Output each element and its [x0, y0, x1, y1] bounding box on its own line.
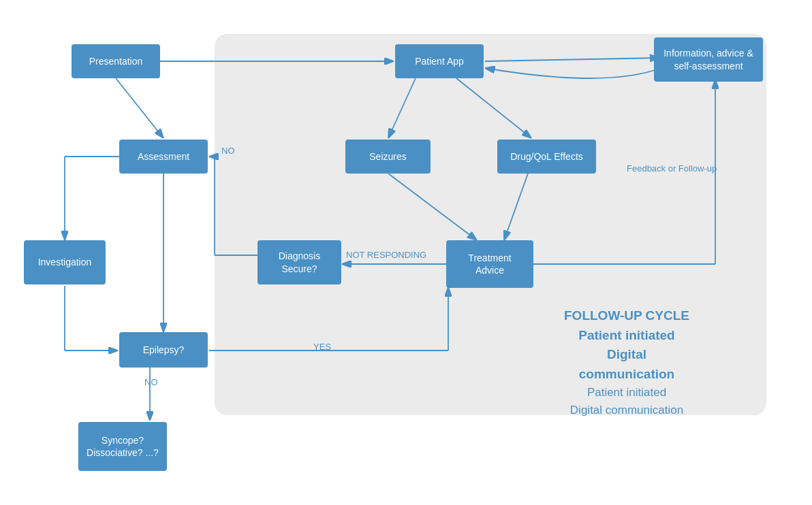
syncope-box: Syncope? Dissociative? ...? — [78, 422, 167, 471]
epilepsy-box: Epilepsy? — [119, 332, 208, 368]
assessment-box: Assessment — [119, 140, 208, 174]
svg-line-3 — [388, 78, 416, 138]
svg-line-6 — [504, 174, 528, 240]
svg-line-7 — [116, 78, 163, 138]
not-responding-label: NOT RESPONDING — [346, 250, 426, 260]
feedback-label: Feedback or Follow-up — [627, 163, 717, 174]
no-bottom-label: NO — [144, 377, 158, 387]
no-arrow-label: NO — [221, 146, 235, 156]
diagnosis-secure-box: Diagnosis Secure? — [257, 240, 341, 284]
presentation-box: Presentation — [72, 44, 160, 78]
drug-qol-box: Drug/QoL Effects — [497, 140, 596, 174]
treatment-advice-box: Treatment Advice — [446, 240, 533, 288]
info-advice-box: Information, advice & self-assessment — [654, 37, 763, 82]
patient-app-box: Patient App — [395, 44, 484, 78]
flowchart-diagram: Presentation Patient App Information, ad… — [14, 14, 798, 491]
svg-line-5 — [388, 174, 477, 240]
svg-line-4 — [456, 78, 531, 138]
seizures-box: Seizures — [345, 140, 431, 174]
investigation-box: Investigation — [24, 240, 106, 284]
followup-cycle-text: FOLLOW-UP CYCLE Patient initiated Digita… — [559, 306, 695, 419]
svg-line-2 — [485, 58, 659, 61]
yes-arrow-label: YES — [313, 342, 331, 352]
